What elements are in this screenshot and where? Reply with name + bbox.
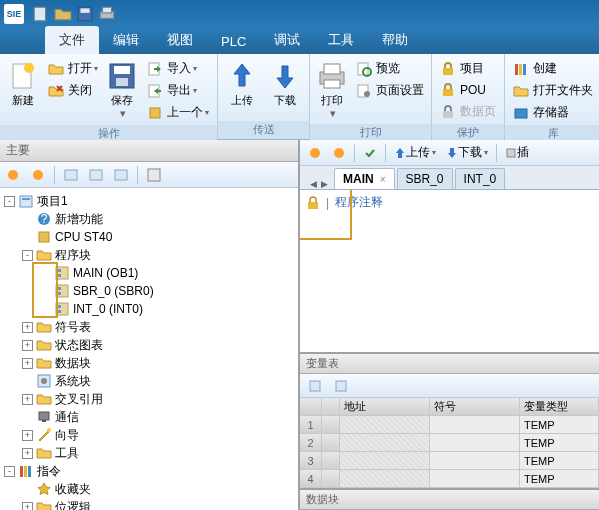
editor-tab-int[interactable]: INT_0 xyxy=(455,168,506,189)
collapse-icon[interactable]: - xyxy=(4,196,15,207)
tb-btn-3[interactable] xyxy=(60,164,82,186)
tree-node-int[interactable]: INT_0 (INT0) xyxy=(0,300,298,318)
var-tb-2[interactable] xyxy=(330,375,352,397)
tree-node-sbr[interactable]: SBR_0 (SBR0) xyxy=(0,282,298,300)
tree-node-favorites[interactable]: 收藏夹 xyxy=(0,480,298,498)
lock-icon xyxy=(440,104,456,120)
cell-address[interactable] xyxy=(340,434,430,451)
lib-open-folder-button[interactable]: 打开文件夹 xyxy=(509,80,597,101)
tb-btn-5[interactable] xyxy=(110,164,132,186)
tab-view[interactable]: 视图 xyxy=(153,26,207,54)
cell-address[interactable] xyxy=(340,452,430,469)
lock-icon xyxy=(440,82,456,98)
ladder-editor[interactable]: | 程序注释 xyxy=(300,190,599,352)
nav-right-icon[interactable]: ▶ xyxy=(319,179,330,189)
lib-storage-button[interactable]: 存储器 xyxy=(509,102,597,123)
tb-btn-1[interactable] xyxy=(2,164,24,186)
tab-file[interactable]: 文件 xyxy=(45,26,99,54)
tree-node-data_block[interactable]: +数据块 xyxy=(0,354,298,372)
tree-node-cpu[interactable]: CPU ST40 xyxy=(0,228,298,246)
collapse-icon[interactable]: - xyxy=(4,466,15,477)
tree-node-status_chart[interactable]: +状态图表 xyxy=(0,336,298,354)
et-run2-icon[interactable] xyxy=(328,143,350,163)
expand-icon[interactable]: + xyxy=(22,502,33,511)
tree-node-cross_ref[interactable]: +交叉引用 xyxy=(0,390,298,408)
cell-symbol[interactable] xyxy=(430,416,520,433)
cell-symbol[interactable] xyxy=(430,434,520,451)
collapse-icon[interactable]: - xyxy=(22,250,33,261)
var-tb-1[interactable] xyxy=(304,375,326,397)
et-download-button[interactable]: 下载▾ xyxy=(442,143,492,163)
protect-pou-button[interactable]: POU xyxy=(436,80,500,100)
expand-icon[interactable]: + xyxy=(22,430,33,441)
cell-type[interactable]: TEMP xyxy=(520,452,599,469)
expand-icon[interactable]: + xyxy=(22,322,33,333)
tree-node-tools[interactable]: +工具 xyxy=(0,444,298,462)
et-check-icon[interactable] xyxy=(359,143,381,163)
qat-open-icon[interactable] xyxy=(54,5,72,23)
variable-table[interactable]: 地址 符号 变量类型 1TEMP2TEMP3TEMP4TEMP xyxy=(300,398,599,488)
tb-btn-4[interactable] xyxy=(85,164,107,186)
tree-node-system_block[interactable]: 系统块 xyxy=(0,372,298,390)
cell-type[interactable]: TEMP xyxy=(520,434,599,451)
close-icon[interactable]: × xyxy=(380,174,386,185)
tree-node-symbol_table[interactable]: +符号表 xyxy=(0,318,298,336)
qat-new-icon[interactable] xyxy=(32,5,50,23)
tb-btn-6[interactable] xyxy=(143,164,165,186)
tab-debug[interactable]: 调试 xyxy=(260,26,314,54)
tab-tools[interactable]: 工具 xyxy=(314,26,368,54)
project-tree[interactable]: -项目1?新增功能CPU ST40-程序块MAIN (OB1)SBR_0 (SB… xyxy=(0,188,298,510)
tree-spacer xyxy=(40,286,51,297)
save-button[interactable]: 保存▾ xyxy=(104,58,142,122)
tree-node-wizard[interactable]: +向导 xyxy=(0,426,298,444)
et-upload-button[interactable]: 上传▾ xyxy=(390,143,440,163)
page-setup-button[interactable]: 页面设置 xyxy=(352,80,428,101)
upload-button[interactable]: 上传 xyxy=(222,58,263,109)
tree-node-bit_logic[interactable]: +位逻辑 xyxy=(0,498,298,510)
protect-datapage-button[interactable]: 数据页 xyxy=(436,101,500,122)
tab-edit[interactable]: 编辑 xyxy=(99,26,153,54)
expand-icon[interactable]: + xyxy=(22,448,33,459)
et-run-icon[interactable] xyxy=(304,143,326,163)
print-button[interactable]: 打印▾ xyxy=(314,58,350,122)
preview-button[interactable]: 预览 xyxy=(352,58,428,79)
expand-icon[interactable]: + xyxy=(22,358,33,369)
cell-address[interactable] xyxy=(340,416,430,433)
cell-symbol[interactable] xyxy=(430,452,520,469)
cell-symbol[interactable] xyxy=(430,470,520,487)
qat-save-icon[interactable] xyxy=(76,5,94,23)
table-row[interactable]: 3TEMP xyxy=(300,452,599,470)
close-button[interactable]: 关闭 xyxy=(44,80,102,101)
tree-node-instructions[interactable]: -指令 xyxy=(0,462,298,480)
cell-type[interactable]: TEMP xyxy=(520,416,599,433)
cell-address[interactable] xyxy=(340,470,430,487)
tree-node-comm[interactable]: 通信 xyxy=(0,408,298,426)
tab-help[interactable]: 帮助 xyxy=(368,26,422,54)
row-margin xyxy=(322,470,340,487)
new-button[interactable]: 新建 xyxy=(4,58,42,109)
export-button[interactable]: 导出▾ xyxy=(143,80,213,101)
table-row[interactable]: 4TEMP xyxy=(300,470,599,488)
editor-tab-main[interactable]: MAIN× xyxy=(334,168,395,189)
table-row[interactable]: 1TEMP xyxy=(300,416,599,434)
tree-node-new_feature[interactable]: ?新增功能 xyxy=(0,210,298,228)
expand-icon[interactable]: + xyxy=(22,340,33,351)
previous-button[interactable]: 上一个▾ xyxy=(143,102,213,123)
et-insert-button[interactable]: 插 xyxy=(501,143,533,163)
tb-btn-2[interactable] xyxy=(27,164,49,186)
qat-print-icon[interactable] xyxy=(98,5,116,23)
nav-left-icon[interactable]: ◀ xyxy=(308,179,319,189)
tree-node-program_block[interactable]: -程序块 xyxy=(0,246,298,264)
download-button[interactable]: 下载 xyxy=(265,58,306,109)
open-button[interactable]: 打开▾ xyxy=(44,58,102,79)
tree-node-project[interactable]: -项目1 xyxy=(0,192,298,210)
lib-create-button[interactable]: 创建 xyxy=(509,58,597,79)
import-button[interactable]: 导入▾ xyxy=(143,58,213,79)
table-row[interactable]: 2TEMP xyxy=(300,434,599,452)
expand-icon[interactable]: + xyxy=(22,394,33,405)
protect-project-button[interactable]: 项目 xyxy=(436,58,500,79)
tree-node-main[interactable]: MAIN (OB1) xyxy=(0,264,298,282)
cell-type[interactable]: TEMP xyxy=(520,470,599,487)
tab-plc[interactable]: PLC xyxy=(207,29,260,54)
editor-tab-sbr[interactable]: SBR_0 xyxy=(397,168,453,189)
